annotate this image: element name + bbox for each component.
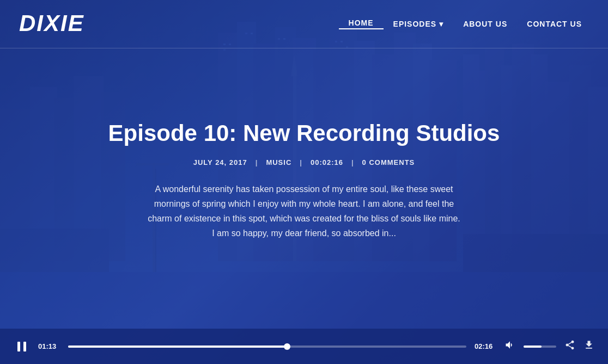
download-icon[interactable]	[583, 340, 594, 353]
episode-category: MUSIC	[266, 158, 291, 166]
episode-meta: JULY 24, 2017 | MUSIC | 00:02:16 | 0 COM…	[193, 158, 415, 166]
volume-icon[interactable]	[504, 340, 515, 353]
total-time: 02:16	[475, 342, 496, 350]
episode-description: A wonderful serenity has taken possessio…	[146, 182, 462, 241]
pause-button[interactable]	[14, 340, 30, 353]
site-logo[interactable]: DiXiE	[16, 7, 93, 41]
nav-contact[interactable]: CONTACT US	[517, 20, 592, 28]
meta-sep-1: |	[256, 158, 258, 166]
nav-about[interactable]: ABOUT US	[453, 20, 517, 28]
current-time: 01:13	[38, 342, 60, 350]
episode-duration: 00:02:16	[311, 158, 343, 166]
share-icon[interactable]	[564, 340, 575, 353]
progress-bar[interactable]	[68, 346, 466, 348]
header: DiXiE HOME EPISODES ▾ ABOUT US CONTACT U…	[0, 0, 608, 48]
audio-player: 01:13 02:16	[0, 329, 608, 364]
svg-rect-47	[23, 342, 26, 351]
volume-bar[interactable]	[524, 346, 556, 348]
chevron-down-icon: ▾	[439, 20, 443, 28]
meta-sep-3: |	[351, 158, 354, 166]
hero-content: Episode 10: New Recording Studios JULY 2…	[0, 48, 608, 329]
progress-fill	[68, 346, 287, 348]
episode-title: Episode 10: New Recording Studios	[108, 120, 500, 147]
meta-sep-2: |	[300, 158, 302, 166]
nav-home[interactable]: HOME	[339, 18, 384, 29]
progress-handle[interactable]	[284, 343, 290, 350]
episode-comments: 0 COMMENTS	[362, 158, 415, 166]
volume-fill	[524, 346, 542, 348]
svg-rect-46	[17, 342, 20, 351]
svg-text:DiXiE: DiXiE	[19, 10, 84, 36]
nav-episodes[interactable]: EPISODES ▾	[384, 20, 454, 28]
main-nav: HOME EPISODES ▾ ABOUT US CONTACT US	[339, 18, 592, 29]
episode-date: JULY 24, 2017	[193, 158, 247, 166]
